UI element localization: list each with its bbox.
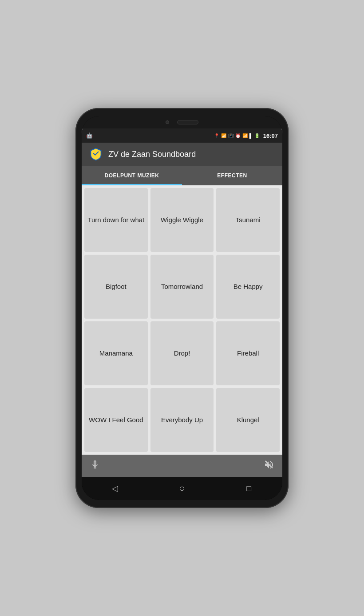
- tab-doelpunt-muziek[interactable]: DOELPUNT MUZIEK: [82, 166, 182, 185]
- battery-icon: 🔋: [254, 133, 260, 138]
- sound-button-fireball[interactable]: Fireball: [216, 321, 280, 385]
- signal-icon: ▌: [249, 133, 253, 138]
- sound-button-tomorrowland[interactable]: Tomorrowland: [150, 255, 214, 319]
- android-icon: 🤖: [86, 132, 93, 139]
- sound-button-tsunami[interactable]: Tsunami: [216, 188, 280, 252]
- app-title: ZV de Zaan Soundboard: [108, 150, 196, 159]
- bottom-toolbar: [82, 455, 282, 477]
- alarm-icon: ⏰: [235, 133, 241, 138]
- status-left-icons: 🤖: [86, 132, 93, 139]
- sound-button-drop[interactable]: Drop!: [150, 321, 214, 385]
- sound-button-bigfoot[interactable]: Bigfoot: [84, 255, 148, 319]
- sound-button-wow-i-feel-good[interactable]: WOW I Feel Good: [84, 388, 148, 452]
- status-bar: 🤖 📍 📶 📳 ⏰ 📶 ▌ 🔋 16:07: [82, 128, 282, 143]
- nav-bar: ◁ ○ □: [82, 477, 282, 500]
- app-logo: [88, 146, 104, 162]
- mic-icon[interactable]: [90, 460, 100, 472]
- phone-device: 🤖 📍 📶 📳 ⏰ 📶 ▌ 🔋 16:07: [75, 108, 289, 508]
- shield-icon: [89, 147, 103, 161]
- sound-button-turn-down-for-what[interactable]: Turn down for what: [84, 188, 148, 252]
- sound-button-manamana[interactable]: Manamana: [84, 321, 148, 385]
- tab-effecten[interactable]: EFFECTEN: [182, 166, 282, 185]
- sound-button-klungel[interactable]: Klungel: [216, 388, 280, 452]
- tabs-bar: DOELPUNT MUZIEK EFFECTEN: [82, 166, 282, 185]
- sound-button-everybody-up[interactable]: Everybody Up: [150, 388, 214, 452]
- sound-grid: Turn down for what Wiggle Wiggle Tsunami…: [82, 185, 282, 455]
- bluetooth-icon: 📶: [221, 133, 226, 138]
- screen: 🤖 📍 📶 📳 ⏰ 📶 ▌ 🔋 16:07: [82, 128, 282, 477]
- front-camera: [166, 120, 169, 124]
- app-bar: ZV de Zaan Soundboard: [82, 143, 282, 166]
- sound-button-be-happy[interactable]: Be Happy: [216, 255, 280, 319]
- phone-top-bezel: [82, 116, 282, 128]
- wifi-icon: 📶: [242, 133, 248, 138]
- mute-icon[interactable]: [264, 460, 274, 472]
- clock: 16:07: [263, 132, 278, 139]
- earpiece-speaker: [177, 120, 198, 124]
- phone-screen-area: 🤖 📍 📶 📳 ⏰ 📶 ▌ 🔋 16:07: [82, 116, 282, 500]
- recent-apps-button[interactable]: □: [238, 478, 260, 499]
- sound-button-wiggle-wiggle[interactable]: Wiggle Wiggle: [150, 188, 214, 252]
- back-button[interactable]: ◁: [104, 478, 126, 499]
- vibrate-icon: 📳: [228, 133, 233, 138]
- status-right-area: 📍 📶 📳 ⏰ 📶 ▌ 🔋 16:07: [214, 132, 278, 139]
- home-button[interactable]: ○: [171, 478, 193, 499]
- location-icon: 📍: [214, 133, 219, 138]
